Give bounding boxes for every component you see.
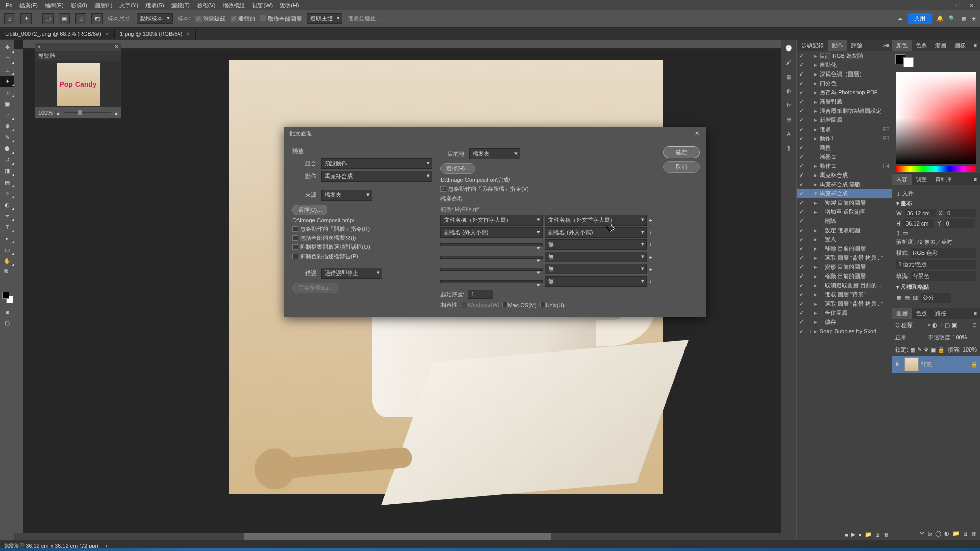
fx-icon[interactable]: fx: [927, 531, 932, 537]
cloud-icon[interactable]: ☁: [897, 15, 903, 22]
color-picker[interactable]: [896, 72, 976, 164]
zoom-tool[interactable]: 🔍: [0, 266, 14, 278]
color-panel[interactable]: [892, 51, 980, 173]
select-mask-btn[interactable]: 選取並遮住...: [348, 15, 380, 22]
crop-tool[interactable]: ⊡: [0, 87, 14, 98]
new-set-icon[interactable]: 📁: [865, 531, 872, 538]
tab-properties[interactable]: 內容: [892, 174, 912, 185]
close-icon[interactable]: ✕: [105, 31, 109, 37]
filename-part-6[interactable]: [440, 256, 543, 259]
filename-part-0[interactable]: 文件名稱（外文首字大寫）: [440, 215, 543, 226]
action-row[interactable]: ✓漸疊 2: [797, 152, 892, 161]
blur-tool[interactable]: ○: [0, 188, 14, 199]
menu-file[interactable]: 檔案(F): [16, 2, 41, 9]
close-icon[interactable]: ✕: [186, 31, 190, 37]
close-icon[interactable]: ✕: [114, 44, 119, 51]
action-row[interactable]: ✓▸選取F2: [797, 124, 892, 134]
rulers-section[interactable]: ▾ 尺標和格點: [896, 283, 929, 291]
layer-name[interactable]: 背景: [921, 361, 932, 368]
include-subfolders-check[interactable]: 包括全部的次檔案夾(I): [292, 234, 432, 242]
edit-toolbar[interactable]: ⋯: [0, 278, 14, 289]
action-row[interactable]: ✓▾馬克杯合成: [797, 189, 892, 198]
filter-type-icon[interactable]: T: [939, 322, 943, 328]
select-subject-btn[interactable]: 選取主體: [307, 13, 342, 24]
type-tool[interactable]: T: [0, 221, 14, 233]
shape-tool[interactable]: ▭: [0, 244, 14, 255]
wand-tool-icon[interactable]: ✦: [20, 13, 32, 24]
filter-adj-icon[interactable]: ◐: [932, 322, 937, 329]
tab-adjustments[interactable]: 調整: [912, 174, 931, 185]
fill-select[interactable]: 背景色: [911, 271, 976, 281]
action-row[interactable]: ✓▸新增圖層: [797, 115, 892, 124]
y-input[interactable]: [944, 219, 975, 228]
filename-part-1[interactable]: 文件名稱（外文首字大寫）: [545, 215, 647, 226]
zoom-out-icon[interactable]: ▴: [57, 110, 60, 116]
bell-icon[interactable]: 🔔: [937, 15, 944, 22]
all-layers-check[interactable]: 取樣全部圖層: [260, 15, 302, 23]
window-close[interactable]: ✕: [965, 2, 977, 9]
action-row[interactable]: ✓▸儲存: [797, 317, 892, 327]
brush-tool[interactable]: ✎: [0, 132, 14, 143]
compat-unix-check[interactable]: Unix(U): [540, 302, 565, 308]
quickmask-icon[interactable]: ◙: [0, 306, 14, 317]
workspace-icon[interactable]: ▦: [961, 15, 966, 22]
adjustments-icon[interactable]: ◐: [782, 85, 795, 97]
marquee-tool[interactable]: ◻: [0, 53, 14, 64]
cancel-button[interactable]: 取消: [663, 161, 700, 173]
action-row[interactable]: ✓▸動作 2F4: [797, 161, 892, 170]
tab-actions[interactable]: 動作: [828, 40, 847, 51]
action-row[interactable]: ✓▸另存為 Photoshop PDF: [797, 88, 892, 97]
action-row[interactable]: ✓▸深褐色調（圖層）: [797, 69, 892, 79]
filename-part-7[interactable]: 無: [545, 252, 647, 262]
eyedropper-tool[interactable]: ⟋: [0, 109, 14, 120]
dest-select[interactable]: 檔案夾: [469, 148, 520, 159]
layer-filter-select[interactable]: Q 種類: [895, 321, 926, 329]
action-row[interactable]: ✓▸混合器筆刷彷製繪圖設定: [797, 106, 892, 115]
tab-comments[interactable]: 評論: [847, 40, 867, 51]
antialias-check[interactable]: ✓消除鋸齒: [195, 15, 226, 22]
panel-menu-icon[interactable]: »≡: [880, 42, 893, 48]
height-input[interactable]: [903, 219, 934, 228]
menu-filter[interactable]: 濾鏡(T): [168, 2, 193, 9]
width-input[interactable]: [905, 209, 936, 217]
panel-menu-icon[interactable]: ≡: [971, 42, 980, 48]
pen-tool[interactable]: ✒: [0, 210, 14, 221]
menu-plugins[interactable]: 增效模組: [219, 2, 248, 9]
home-icon[interactable]: ⌂: [4, 13, 15, 24]
menu-edit[interactable]: 編輯(E): [42, 2, 67, 9]
hue-slider[interactable]: [896, 166, 976, 172]
tab-patterns[interactable]: 圖樣: [950, 40, 970, 51]
menu-select[interactable]: 選取(S): [142, 2, 167, 9]
menu-image[interactable]: 影像(I): [68, 2, 90, 9]
canvas-section[interactable]: ▾ 畫布: [896, 199, 912, 207]
wand-tool[interactable]: ✦: [0, 76, 14, 87]
ruler-horizontal[interactable]: [23, 40, 781, 49]
orient-p-icon[interactable]: ▯: [896, 230, 899, 236]
contiguous-check[interactable]: ✓連續的: [231, 15, 255, 22]
stop-icon[interactable]: ■: [845, 532, 848, 538]
filename-part-3[interactable]: 副檔名 (外文小寫): [545, 227, 647, 238]
menu-help[interactable]: 說明(H): [277, 2, 302, 9]
action-row[interactable]: ✓刪除: [797, 216, 892, 226]
filename-part-10[interactable]: [440, 280, 543, 283]
mode-select[interactable]: RGB 色彩: [911, 248, 976, 258]
lock-paint-icon[interactable]: ✎: [917, 346, 922, 353]
action-row[interactable]: ✓▸漸層對應: [797, 97, 892, 106]
filter-smart-icon[interactable]: ▣: [952, 322, 957, 329]
grid-icon2[interactable]: ▤: [904, 294, 910, 301]
filename-part-5[interactable]: 無: [545, 239, 647, 250]
ruler-vertical[interactable]: [14, 49, 23, 540]
ruler-unit-select[interactable]: 公分: [921, 293, 951, 303]
blend-mode-select[interactable]: 正常: [895, 334, 926, 341]
filter-shape-icon[interactable]: ▢: [945, 322, 950, 329]
action-row[interactable]: ✓▸取消選取圖層 目前的...: [797, 281, 892, 290]
heal-tool[interactable]: ⊕: [0, 120, 14, 132]
start-serial-input[interactable]: [468, 290, 493, 299]
action-select[interactable]: 馬克杯合成: [321, 171, 432, 182]
dodge-tool[interactable]: ◐: [0, 199, 14, 210]
trash-icon[interactable]: 🗑: [884, 532, 889, 538]
action-row[interactable]: ✓▸合併圖層: [797, 308, 892, 317]
action-row[interactable]: ✓▸變形 目前的圖層: [797, 262, 892, 271]
filename-part-11[interactable]: 無: [545, 276, 647, 287]
doc-tab-1[interactable]: 1.png @ 100% (RGB/8#)✕: [115, 29, 196, 39]
